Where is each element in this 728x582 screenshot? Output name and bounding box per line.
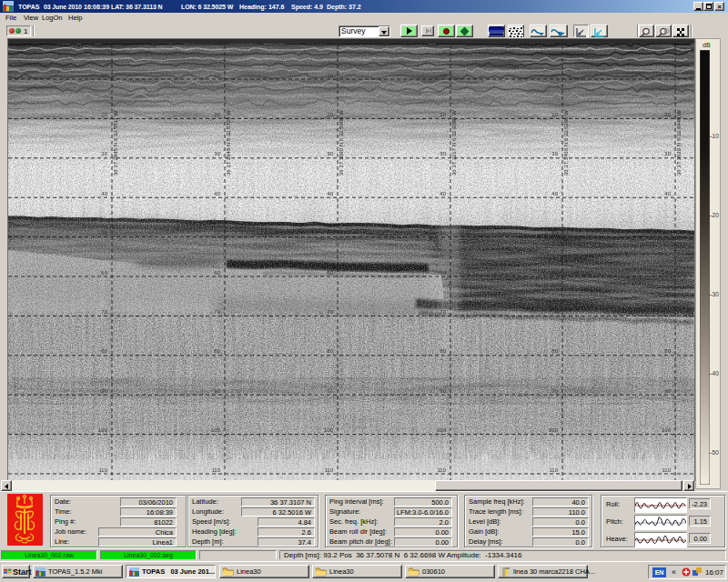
svg-text:100: 100 [549, 427, 559, 433]
svg-text:80: 80 [551, 348, 558, 354]
svg-text:36 37.3466 N 6 32.6260 W: 36 37.3466 N 6 32.6260 W [563, 110, 569, 176]
svg-text:110: 110 [437, 467, 446, 473]
svg-text:80: 80 [440, 348, 446, 354]
svg-text:50: 50 [664, 230, 671, 236]
svg-text:30: 30 [101, 151, 107, 156]
svg-text:10: 10 [327, 73, 333, 78]
svg-text:90: 90 [101, 388, 107, 394]
svg-text:20: 20 [551, 112, 558, 117]
svg-text:10: 10 [664, 73, 671, 78]
svg-text:20: 20 [327, 112, 333, 117]
svg-text:50: 50 [440, 230, 446, 236]
svg-text:30: 30 [664, 151, 671, 156]
svg-text:80: 80 [101, 348, 107, 354]
svg-text:30: 30 [551, 151, 558, 156]
svg-text:100: 100 [662, 427, 672, 433]
svg-text:110: 110 [549, 467, 558, 473]
svg-text:40: 40 [440, 191, 446, 196]
svg-text:20: 20 [664, 112, 671, 117]
svg-text:36 37.3217 N 6 32.6080 W: 36 37.3217 N 6 32.6080 W [451, 110, 457, 176]
svg-text:70: 70 [327, 309, 333, 315]
svg-text:90: 90 [440, 388, 446, 394]
svg-text:10: 10 [214, 73, 220, 78]
svg-text:100: 100 [211, 427, 221, 433]
svg-text:40: 40 [664, 191, 671, 196]
svg-text:30: 30 [440, 151, 446, 156]
svg-text:20: 20 [101, 112, 107, 117]
svg-text:60: 60 [440, 270, 446, 276]
svg-text:40: 40 [101, 191, 107, 196]
svg-text:60: 60 [551, 270, 558, 276]
svg-text:20: 20 [440, 112, 446, 117]
svg-text:50: 50 [101, 230, 107, 236]
svg-text:60: 60 [327, 270, 333, 276]
svg-text:100: 100 [437, 427, 447, 433]
svg-text:80: 80 [664, 348, 671, 354]
svg-text:70: 70 [440, 309, 446, 315]
svg-text:10: 10 [101, 73, 107, 78]
svg-text:60: 60 [214, 270, 220, 276]
svg-text:90: 90 [214, 388, 220, 394]
svg-text:100: 100 [324, 427, 334, 433]
svg-text:10: 10 [551, 73, 558, 78]
svg-text:90: 90 [327, 388, 333, 394]
svg-text:50: 50 [551, 230, 558, 236]
svg-text:110: 110 [98, 467, 107, 473]
svg-text:110: 110 [324, 467, 333, 473]
svg-text:60: 60 [101, 270, 107, 276]
svg-text:20: 20 [214, 112, 220, 117]
svg-text:50: 50 [214, 230, 220, 236]
svg-text:40: 40 [214, 191, 220, 196]
svg-text:10: 10 [440, 73, 446, 78]
svg-text:90: 90 [664, 388, 671, 394]
svg-text:100: 100 [98, 427, 108, 433]
svg-text:36 37.3090 N 6 32.5900 W: 36 37.3090 N 6 32.5900 W [339, 110, 344, 176]
svg-text:110: 110 [211, 467, 220, 473]
svg-text:36 37.2845 N 6 32.5511 W: 36 37.2845 N 6 32.5511 W [113, 110, 118, 176]
svg-text:70: 70 [101, 309, 107, 315]
svg-text:40: 40 [327, 191, 333, 196]
svg-text:80: 80 [214, 348, 220, 354]
svg-text:80: 80 [327, 348, 333, 354]
svg-text:40: 40 [551, 191, 558, 196]
svg-text:30: 30 [214, 151, 220, 156]
svg-text:36 37.3629 N 6 32.6440 W: 36 37.3629 N 6 32.6440 W [676, 110, 682, 176]
svg-text:70: 70 [551, 309, 558, 315]
svg-text:50: 50 [327, 230, 333, 236]
svg-text:90: 90 [551, 388, 558, 394]
svg-text:70: 70 [664, 309, 671, 315]
svg-text:110: 110 [662, 467, 671, 473]
svg-text:70: 70 [214, 309, 220, 315]
svg-text:36 37.2946 N 6 32.5724 W: 36 37.2946 N 6 32.5724 W [226, 110, 231, 176]
svg-text:30: 30 [327, 151, 333, 156]
svg-text:60: 60 [664, 270, 671, 276]
